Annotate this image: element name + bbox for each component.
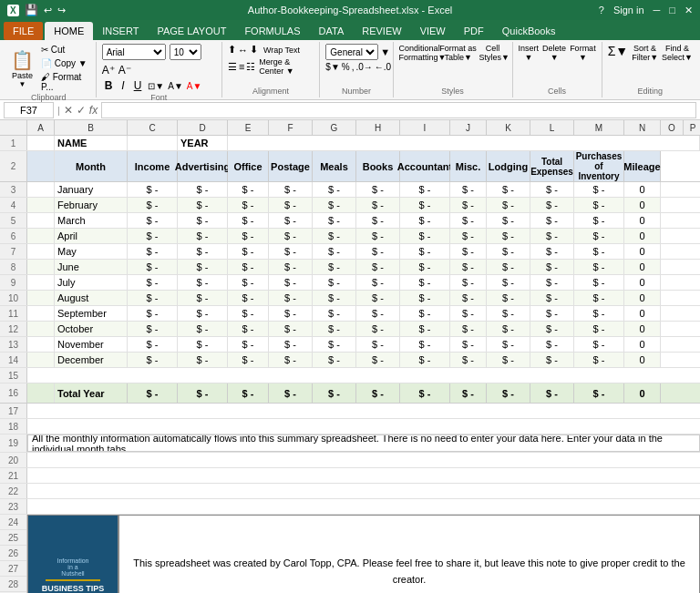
cell-M6[interactable]: $ - xyxy=(574,229,624,243)
cell-J12[interactable]: $ - xyxy=(450,322,487,336)
bold-button[interactable]: B xyxy=(102,78,116,93)
cell-C11[interactable]: $ - xyxy=(128,306,178,321)
cell-styles-button[interactable]: Cell Styles▼ xyxy=(479,44,507,62)
cell-C6[interactable]: $ - xyxy=(128,229,178,243)
cell-F13[interactable]: $ - xyxy=(269,337,313,352)
cell-E5[interactable]: $ - xyxy=(228,213,269,228)
cell-M8[interactable]: $ - xyxy=(574,260,624,274)
cell-J8[interactable]: $ - xyxy=(450,260,487,274)
cell-A1[interactable] xyxy=(27,136,55,150)
cell-H16[interactable]: $ - xyxy=(356,383,400,403)
minimize-button[interactable]: ─ xyxy=(654,5,661,15)
format-painter-button[interactable]: 🖌 Format P... xyxy=(39,71,90,93)
cell-B13[interactable]: November xyxy=(55,337,128,352)
cell-L11[interactable]: $ - xyxy=(530,306,574,321)
cell-D8[interactable]: $ - xyxy=(178,260,228,274)
col-header-C[interactable]: C xyxy=(128,120,178,135)
quick-access-undo[interactable]: ↩ xyxy=(44,5,52,16)
cell-K4[interactable]: $ - xyxy=(487,198,530,212)
cell-B16[interactable]: Total Year xyxy=(55,383,128,403)
cell-I4[interactable]: $ - xyxy=(400,198,450,212)
cell-G10[interactable]: $ - xyxy=(313,291,356,305)
cell-E3[interactable]: $ - xyxy=(228,182,269,197)
cell-C12[interactable]: $ - xyxy=(128,322,178,336)
cell-L2[interactable]: Total Expenses xyxy=(530,151,574,181)
cell-N6[interactable]: 0 xyxy=(624,229,661,243)
cell-D9[interactable]: $ - xyxy=(178,275,228,290)
cell-M16[interactable]: $ - xyxy=(574,383,624,403)
cell-A6[interactable] xyxy=(27,229,55,243)
sum-button[interactable]: Σ▼ xyxy=(608,44,629,62)
cell-E7[interactable]: $ - xyxy=(228,244,269,259)
sort-filter-button[interactable]: Sort &Filter▼ xyxy=(632,44,658,62)
cell-B6[interactable]: April xyxy=(55,229,128,243)
align-left-button[interactable]: ☰ xyxy=(228,61,237,73)
cell-B5[interactable]: March xyxy=(55,213,128,228)
cell-reference-input[interactable] xyxy=(4,102,54,118)
wrap-text-button[interactable]: Wrap Text xyxy=(263,46,300,55)
tab-home[interactable]: HOME xyxy=(45,22,93,40)
cell-B4[interactable]: February xyxy=(55,198,128,212)
cell-J6[interactable]: $ - xyxy=(450,229,487,243)
insert-button[interactable]: Insert▼ xyxy=(519,44,540,62)
cell-D5[interactable]: $ - xyxy=(178,213,228,228)
cell-C5[interactable]: $ - xyxy=(128,213,178,228)
cell-C8[interactable]: $ - xyxy=(128,260,178,274)
col-header-I[interactable]: I xyxy=(400,120,450,135)
cell-C3[interactable]: $ - xyxy=(128,182,178,197)
cell-H11[interactable]: $ - xyxy=(356,306,400,321)
cell-C7[interactable]: $ - xyxy=(128,244,178,259)
cell-C13[interactable]: $ - xyxy=(128,337,178,352)
cell-F12[interactable]: $ - xyxy=(269,322,313,336)
font-family-select[interactable]: Arial xyxy=(102,44,166,60)
cell-F3[interactable]: $ - xyxy=(269,182,313,197)
cell-G8[interactable]: $ - xyxy=(313,260,356,274)
cell-N4[interactable]: 0 xyxy=(624,198,661,212)
cell-K13[interactable]: $ - xyxy=(487,337,530,352)
cell-K7[interactable]: $ - xyxy=(487,244,530,259)
cell-J16[interactable]: $ - xyxy=(450,383,487,403)
align-center-button[interactable]: ≡ xyxy=(239,61,244,72)
cell-L16[interactable]: $ - xyxy=(530,383,574,403)
cell-J11[interactable]: $ - xyxy=(450,306,487,321)
cell-D11[interactable]: $ - xyxy=(178,306,228,321)
tab-file[interactable]: FILE xyxy=(4,22,43,40)
confirm-icon[interactable]: ✓ xyxy=(77,104,86,117)
cell-C14[interactable]: $ - xyxy=(128,353,178,367)
cancel-icon[interactable]: ✕ xyxy=(64,104,73,117)
cell-A9[interactable] xyxy=(27,275,55,290)
cell-D12[interactable]: $ - xyxy=(178,322,228,336)
col-header-M[interactable]: M xyxy=(574,120,624,135)
cell-N7[interactable]: 0 xyxy=(624,244,661,259)
tab-quickbooks[interactable]: QuickBooks xyxy=(493,22,565,40)
cell-A12[interactable] xyxy=(27,322,55,336)
cell-B2[interactable]: Month xyxy=(55,151,128,181)
cell-E13[interactable]: $ - xyxy=(228,337,269,352)
cell-D2[interactable]: Advertising xyxy=(178,151,228,181)
cell-F11[interactable]: $ - xyxy=(269,306,313,321)
cell-J7[interactable]: $ - xyxy=(450,244,487,259)
cell-J10[interactable]: $ - xyxy=(450,291,487,305)
tab-data[interactable]: DATA xyxy=(310,22,354,40)
border-button[interactable]: ⊡▼ xyxy=(148,81,164,91)
cell-H7[interactable]: $ - xyxy=(356,244,400,259)
cell-E8[interactable]: $ - xyxy=(228,260,269,274)
align-middle-button[interactable]: ↔ xyxy=(238,45,248,56)
cell-M14[interactable]: $ - xyxy=(574,353,624,367)
cell-D3[interactable]: $ - xyxy=(178,182,228,197)
cell-G13[interactable]: $ - xyxy=(313,337,356,352)
cell-H12[interactable]: $ - xyxy=(356,322,400,336)
cell-I5[interactable]: $ - xyxy=(400,213,450,228)
cell-L9[interactable]: $ - xyxy=(530,275,574,290)
cell-F6[interactable]: $ - xyxy=(269,229,313,243)
fill-color-button[interactable]: A▼ xyxy=(168,81,183,91)
tab-pdf[interactable]: PDF xyxy=(455,22,493,40)
cell-A2[interactable] xyxy=(27,151,55,181)
cell-B7[interactable]: May xyxy=(55,244,128,259)
cell-N9[interactable]: 0 xyxy=(624,275,661,290)
cell-B8[interactable]: June xyxy=(55,260,128,274)
cell-L5[interactable]: $ - xyxy=(530,213,574,228)
cell-F10[interactable]: $ - xyxy=(269,291,313,305)
cell-D4[interactable]: $ - xyxy=(178,198,228,212)
paste-button[interactable]: 📋 Paste ▼ xyxy=(7,46,37,91)
